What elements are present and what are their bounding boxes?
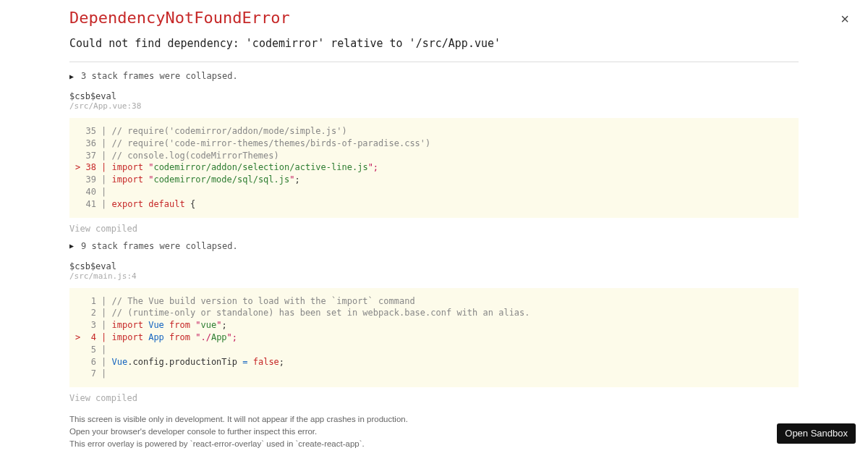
code-prop: config [133,357,164,367]
eval-label: $csb$eval [69,261,799,271]
file-path: /src/main.js:4 [69,271,799,281]
gutter: 3 | [75,320,112,330]
code-keyword: import [112,320,143,330]
footer-line: This screen is visible only in developme… [69,413,799,426]
code-punc: ; [221,320,226,330]
gutter: > 38 | [75,162,112,172]
code-comment: // require('code-mirror-themes/themes/bi… [112,138,431,148]
error-title: DependencyNotFoundError [69,9,799,27]
code-quote: ./ [200,332,210,342]
code-punc: ; [294,174,299,185]
highlighted-line: > 38 | import "codemirror/addon/selectio… [75,161,793,174]
footer-line: Open your browser's developer console to… [69,426,799,438]
code-punc: . [164,357,169,367]
code-keyword: from [169,332,190,342]
code-string: codemirror/mode/sql/sql.js [153,174,289,185]
code-punc: ; [279,357,284,367]
collapsed-frames-toggle[interactable]: ▶ 3 stack frames were collapsed. [69,71,799,81]
code-string: codemirror/addon/selection/active-line.j… [153,162,367,172]
code-ident: Vue [112,357,128,367]
gutter: 37 | [75,151,112,161]
code-string: vue [200,320,216,330]
chevron-right-icon: ▶ [69,242,74,250]
chevron-right-icon: ▶ [69,72,74,80]
open-sandbox-button[interactable]: Open Sandbox [777,423,856,444]
collapsed-frames-label: 9 stack frames were collapsed. [81,241,238,251]
code-prop: productionTip [169,357,237,367]
error-overlay: DependencyNotFoundError Could not find d… [0,0,868,456]
collapsed-frames-toggle[interactable]: ▶ 9 stack frames were collapsed. [69,241,799,251]
collapsed-frames-label: 3 stack frames were collapsed. [81,71,238,81]
code-keyword: default [148,199,185,209]
code-snippet: 35 | // require('codemirror/addon/mode/s… [69,118,799,218]
code-punc: { [190,199,195,209]
code-keyword: import [112,162,143,172]
code-comment: // The Vue build version to load with th… [112,296,415,306]
code-comment: // require('codemirror/addon/mode/simple… [112,126,347,136]
code-punc: . [127,357,132,367]
file-path: /src/App.vue:38 [69,101,799,111]
code-snippet: 1 | // The Vue build version to load wit… [69,288,799,388]
view-compiled-link[interactable]: View compiled [69,393,799,403]
code-keyword: import [112,332,143,342]
footer-line: This error overlay is powered by `react-… [69,438,799,450]
code-punc: ; [232,332,237,342]
code-ident: App [148,332,164,342]
gutter: 40 | [75,187,112,197]
gutter: 41 | [75,199,112,209]
error-header: DependencyNotFoundError Could not find d… [69,9,799,62]
view-compiled-link[interactable]: View compiled [69,224,799,234]
code-bool: false [253,357,279,367]
code-keyword: export [112,199,143,209]
gutter: 6 | [75,357,112,367]
gutter: 5 | [75,345,112,355]
code-ident: Vue [148,320,164,330]
gutter: 1 | [75,296,112,306]
eval-label: $csb$eval [69,91,799,101]
error-message: Could not find dependency: 'codemirror' … [69,37,799,50]
gutter: 39 | [75,174,112,185]
code-comment: // console.log(codeMirrorThemes) [112,151,279,161]
code-string: App [211,332,227,342]
gutter: 7 | [75,368,112,379]
footer-notes: This screen is visible only in developme… [69,413,799,449]
highlighted-line: > 4 | import App from "./App"; [75,332,793,344]
code-comment: // (runtime-only or standalone) has been… [112,308,530,318]
code-quote: " [368,162,373,172]
gutter: > 4 | [75,332,112,342]
close-button[interactable]: × [835,9,855,29]
code-keyword: import [112,174,143,185]
code-keyword: from [169,320,190,330]
gutter: 2 | [75,308,112,318]
code-punc: ; [373,162,378,172]
code-quote: " [227,332,232,342]
gutter: 35 | [75,126,112,136]
gutter: 36 | [75,138,112,148]
